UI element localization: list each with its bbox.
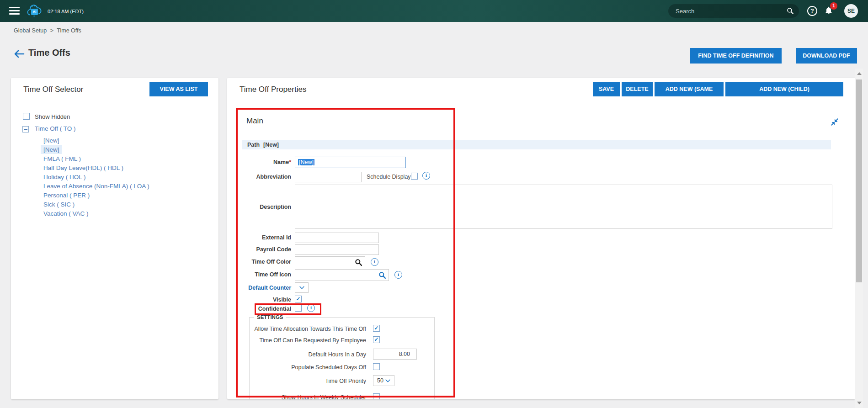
tree-item-personal[interactable]: Personal ( PER ): [43, 192, 90, 199]
app-logo[interactable]: AI: [26, 3, 43, 19]
color-lookup-icon[interactable]: [355, 259, 362, 266]
payroll-code-input[interactable]: [295, 244, 379, 255]
default-counter-select[interactable]: [295, 282, 309, 293]
search-input[interactable]: [676, 4, 781, 18]
name-input-selected-text: [New]: [298, 159, 314, 165]
schedule-display-label: Schedule Display: [367, 174, 411, 180]
tree-item-half-day-leave[interactable]: Half Day Leave(HDL) ( HDL ): [43, 164, 123, 171]
page-title: Time Offs: [28, 48, 70, 58]
external-id-label: External Id: [236, 234, 291, 241]
time-off-icon-label: Time Off Icon: [236, 271, 291, 278]
help-icon[interactable]: ?: [807, 6, 817, 16]
show-hidden-label: Show Hidden: [35, 113, 70, 120]
default-hours-input[interactable]: [373, 349, 417, 360]
allow-time-allocation-label: Allow Time Allocation Towards This Time …: [252, 326, 366, 332]
chevron-down-icon: [385, 379, 390, 382]
tree-item-new-2-selected[interactable]: [New]: [41, 145, 62, 154]
visible-label: Visible: [236, 297, 291, 303]
breadcrumb: Global Setup > Time Offs: [14, 27, 83, 34]
allow-time-allocation-checkbox[interactable]: ✓: [373, 325, 380, 332]
abbreviation-label: Abbreviation: [236, 174, 291, 180]
properties-panel-title: Time Off Properties: [240, 85, 306, 94]
checkmark-icon: ✓: [374, 325, 378, 331]
view-as-list-button[interactable]: VIEW AS LIST: [149, 82, 208, 96]
show-hours-weekly-scheduler-label: Show Hours in Weekly Scheduler: [252, 394, 366, 399]
show-hidden-checkbox[interactable]: [23, 113, 30, 120]
tree-item-vacation[interactable]: Vacation ( VAC ): [43, 210, 89, 217]
visible-checkbox[interactable]: ✓: [295, 296, 302, 302]
time-off-color-info-icon[interactable]: i: [371, 258, 378, 266]
confidential-info-icon[interactable]: i: [307, 304, 315, 312]
selector-panel-title: Time Off Selector: [23, 85, 83, 94]
logo-ai-text: AI: [31, 9, 38, 15]
show-hours-weekly-scheduler-checkbox[interactable]: [373, 393, 380, 399]
name-label: Name*: [236, 159, 291, 165]
hamburger-menu-icon[interactable]: [9, 7, 20, 15]
time-off-properties-panel: Time Off Properties SAVE DELETE ADD NEW …: [227, 78, 855, 399]
download-pdf-button[interactable]: DOWNLOAD PDF: [796, 48, 857, 64]
confidential-checkbox[interactable]: [295, 305, 302, 312]
delete-button[interactable]: DELETE: [622, 82, 653, 96]
populate-scheduled-days-label: Populate Scheduled Days Off: [252, 364, 366, 371]
populate-scheduled-days-checkbox[interactable]: [373, 363, 380, 370]
global-search: [668, 4, 799, 18]
time-off-priority-label: Time Off Priority: [252, 378, 366, 384]
path-value: [New]: [263, 142, 279, 148]
back-arrow-icon: [14, 49, 25, 58]
schedule-display-checkbox[interactable]: [411, 173, 418, 180]
save-button[interactable]: SAVE: [593, 82, 620, 96]
requested-by-employee-checkbox[interactable]: ✓: [373, 336, 380, 343]
external-id-input[interactable]: [295, 233, 379, 243]
icon-lookup-icon[interactable]: [378, 271, 386, 279]
checkmark-icon: ✓: [374, 336, 378, 343]
checkmark-icon: ✓: [296, 296, 300, 302]
name-input[interactable]: [New]: [295, 157, 406, 168]
time-off-icon-info-icon[interactable]: i: [394, 271, 402, 279]
scrollbar-thumb[interactable]: [856, 79, 862, 282]
tree-item-holiday[interactable]: Holiday ( HOL ): [43, 174, 86, 180]
tree-item-fmla[interactable]: FMLA ( FML ): [43, 155, 81, 162]
scroll-down-icon[interactable]: [857, 402, 862, 404]
search-icon[interactable]: [787, 7, 794, 15]
current-time: 02:18 AM (EDT): [48, 9, 84, 14]
time-off-selector-panel: Time Off Selector VIEW AS LIST Show Hidd…: [11, 78, 218, 399]
abbreviation-input[interactable]: [295, 172, 362, 182]
page-scrollbar[interactable]: [855, 69, 863, 408]
chevron-down-icon: [299, 286, 304, 289]
breadcrumb-separator: >: [50, 27, 53, 34]
required-marker: *: [289, 159, 291, 165]
path-label: Path: [247, 142, 260, 148]
path-row: Path [New]: [242, 140, 831, 149]
app-root: AI 02:18 AM (EDT) ? 1 SE Global Setup > …: [0, 0, 868, 408]
description-label: Description: [236, 204, 291, 210]
default-hours-label: Default Hours In a Day: [252, 351, 366, 358]
back-button[interactable]: [14, 49, 25, 58]
collapse-section-icon[interactable]: [831, 118, 839, 128]
find-time-off-definition-button[interactable]: FIND TIME OFF DEFINITION: [690, 48, 782, 64]
user-avatar[interactable]: SE: [844, 4, 858, 18]
breadcrumb-time-offs[interactable]: Time Offs: [57, 27, 81, 34]
time-off-color-label: Time Off Color: [236, 259, 291, 265]
collapse-minus-icon: [24, 129, 27, 130]
tree-collapse-toggle[interactable]: [22, 126, 29, 132]
requested-by-employee-label: Time Off Can Be Requested By Employee: [252, 337, 366, 344]
tree-item-new-1[interactable]: [New]: [43, 137, 59, 144]
tree-item-sick[interactable]: Sick ( SIC ): [43, 201, 75, 208]
tree-root-time-off[interactable]: Time Off ( TO ): [35, 125, 76, 132]
add-new-child-button[interactable]: ADD NEW (CHILD): [725, 82, 843, 96]
scroll-up-icon[interactable]: [857, 72, 862, 75]
settings-legend: SETTINGS: [254, 314, 286, 320]
description-textarea[interactable]: [295, 185, 832, 229]
time-off-color-input[interactable]: [295, 256, 365, 268]
time-off-priority-value: 50: [377, 377, 383, 384]
main-section-title: Main: [246, 117, 263, 126]
notification-count-badge: 1: [830, 2, 837, 10]
time-off-icon-input[interactable]: [295, 269, 389, 281]
default-counter-label: Default Counter: [236, 285, 291, 291]
add-new-same-level-button[interactable]: ADD NEW (SAME LEVEL): [655, 82, 724, 96]
breadcrumb-global-setup[interactable]: Global Setup: [14, 27, 47, 34]
tree-item-leave-of-absence[interactable]: Leave of Absence (Non-FMLA) ( LOA ): [43, 183, 149, 190]
time-off-priority-select[interactable]: 50: [373, 375, 394, 386]
schedule-display-info-icon[interactable]: i: [422, 172, 430, 180]
top-navigation-bar: AI 02:18 AM (EDT) ? 1 SE: [0, 0, 868, 22]
